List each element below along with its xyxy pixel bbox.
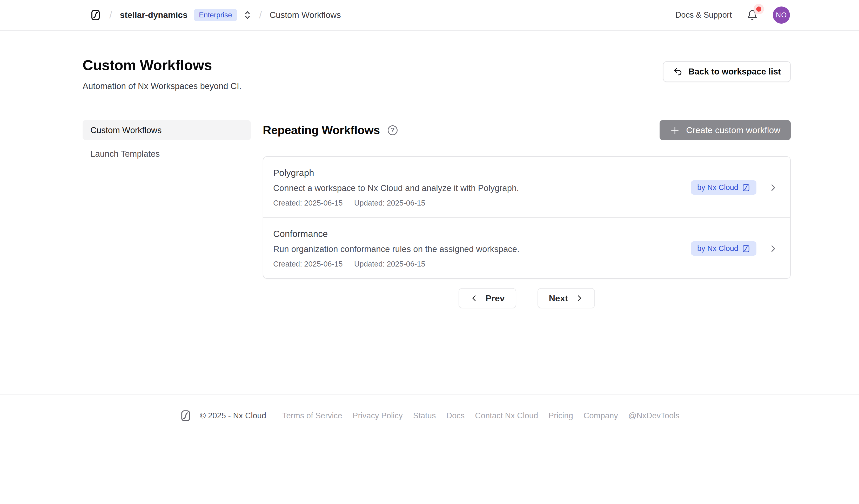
enterprise-badge: Enterprise [194, 9, 237, 21]
back-button-label: Back to workspace list [689, 67, 781, 77]
footer-content: © 2025 - Nx Cloud Terms of Service Priva… [0, 395, 859, 422]
section-header: Repeating Workflows ? Create custom work… [263, 120, 791, 140]
footer-link-contact[interactable]: Contact Nx Cloud [475, 411, 538, 421]
section-title: Repeating Workflows [263, 124, 380, 137]
bell-icon [747, 10, 758, 20]
workflow-info: Polygraph Connect a workspace to Nx Clou… [273, 168, 519, 208]
help-icon[interactable]: ? [388, 125, 397, 135]
workflow-name: Polygraph [273, 168, 519, 178]
workflows-card: Polygraph Connect a workspace to Nx Clou… [263, 156, 791, 279]
user-avatar[interactable]: NO [773, 6, 790, 24]
pagination: Prev Next [263, 288, 791, 308]
top-nav-bar: / stellar-dynamics Enterprise / Custom W… [0, 0, 859, 31]
workflow-description: Connect a workspace to Nx Cloud and anal… [273, 183, 519, 193]
workflow-meta: Created: 2025-06-15 Updated: 2025-06-15 [273, 199, 519, 208]
breadcrumb-separator: / [109, 10, 112, 21]
prev-label: Prev [486, 293, 505, 303]
page-footer: © 2025 - Nx Cloud Terms of Service Priva… [0, 394, 859, 422]
sidebar-item-launch-templates[interactable]: Launch Templates [82, 144, 251, 164]
footer-links: Terms of Service Privacy Policy Status D… [282, 411, 680, 421]
nx-logo-icon [742, 244, 750, 253]
workflow-created: Created: 2025-06-15 [273, 199, 343, 208]
by-nx-cloud-badge[interactable]: by Nx Cloud [691, 180, 756, 195]
footer-link-company[interactable]: Company [584, 411, 618, 421]
footer-link-nxdevtools[interactable]: @NxDevTools [629, 411, 680, 421]
next-button[interactable]: Next [538, 288, 595, 308]
workflow-name: Conformance [273, 229, 519, 239]
back-to-workspace-list-button[interactable]: Back to workspace list [663, 61, 791, 82]
chevron-right-icon [575, 294, 584, 302]
nx-logo-icon[interactable] [90, 9, 102, 21]
footer-link-docs[interactable]: Docs [447, 411, 465, 421]
plus-icon [670, 125, 680, 135]
copyright-text: © 2025 - Nx Cloud [200, 411, 266, 421]
notifications-button[interactable] [745, 8, 759, 22]
next-label: Next [549, 293, 568, 303]
breadcrumb-separator: / [259, 10, 262, 21]
workspace-name: stellar-dynamics [120, 10, 187, 20]
chevron-right-icon [768, 244, 778, 253]
footer-link-terms[interactable]: Terms of Service [282, 411, 342, 421]
workflow-row-side: by Nx Cloud [691, 241, 778, 256]
badge-label: by Nx Cloud [697, 183, 738, 192]
repeating-workflows-section: Repeating Workflows ? Create custom work… [263, 120, 791, 308]
chevron-left-icon [470, 294, 478, 302]
workflow-row-polygraph[interactable]: Polygraph Connect a workspace to Nx Clou… [263, 157, 790, 217]
by-nx-cloud-badge[interactable]: by Nx Cloud [691, 241, 756, 256]
workflow-created: Created: 2025-06-15 [273, 260, 343, 268]
footer-link-status[interactable]: Status [413, 411, 436, 421]
nx-logo-icon [742, 183, 750, 192]
page-title: Custom Workflows [82, 57, 241, 74]
workflow-updated: Updated: 2025-06-15 [354, 260, 425, 268]
chevron-right-icon [768, 183, 778, 192]
workflow-row-side: by Nx Cloud [691, 180, 778, 195]
page-title-block: Custom Workflows Automation of Nx Worksp… [82, 57, 241, 91]
top-nav-actions: Docs & Support NO [675, 6, 790, 24]
footer-link-pricing[interactable]: Pricing [548, 411, 573, 421]
main-content: Custom Workflows Automation of Nx Worksp… [82, 31, 791, 308]
nx-footer-logo-icon [179, 410, 192, 422]
page-subtitle: Automation of Nx Workspaces beyond CI. [82, 81, 241, 91]
docs-support-link[interactable]: Docs & Support [675, 10, 732, 20]
section-title-wrap: Repeating Workflows ? [263, 124, 397, 137]
return-left-arrow-icon [673, 67, 683, 77]
workflow-description: Run organization conformance rules on th… [273, 244, 519, 254]
breadcrumb-current-page: Custom Workflows [270, 10, 341, 20]
prev-button[interactable]: Prev [458, 288, 516, 308]
workspace-switcher[interactable]: stellar-dynamics Enterprise [120, 9, 251, 21]
create-custom-workflow-button[interactable]: Create custom workflow [660, 120, 791, 140]
workflow-info: Conformance Run organization conformance… [273, 229, 519, 268]
create-button-label: Create custom workflow [686, 125, 780, 135]
chevron-up-down-icon[interactable] [244, 10, 251, 20]
page-header: Custom Workflows Automation of Nx Worksp… [82, 31, 791, 91]
workflow-row-conformance[interactable]: Conformance Run organization conformance… [263, 217, 790, 278]
notification-dot [756, 6, 762, 12]
footer-link-privacy[interactable]: Privacy Policy [353, 411, 403, 421]
body-grid: Custom Workflows Launch Templates Repeat… [82, 120, 791, 308]
workflow-meta: Created: 2025-06-15 Updated: 2025-06-15 [273, 260, 519, 268]
sidebar-item-custom-workflows[interactable]: Custom Workflows [82, 120, 251, 140]
badge-label: by Nx Cloud [697, 244, 738, 253]
workflow-updated: Updated: 2025-06-15 [354, 199, 425, 208]
settings-sidebar: Custom Workflows Launch Templates [82, 120, 251, 308]
breadcrumb: / stellar-dynamics Enterprise / Custom W… [90, 9, 341, 21]
